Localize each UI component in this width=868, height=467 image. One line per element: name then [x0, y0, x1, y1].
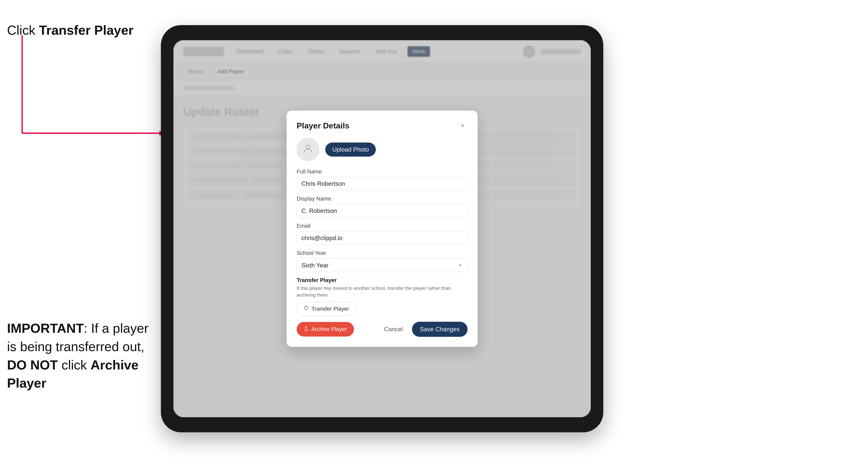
instruction-bottom: IMPORTANT: If a player is being transfer… [7, 319, 153, 392]
transfer-player-button[interactable]: Transfer Player [297, 302, 356, 316]
transfer-section-description: If this player has moved to another scho… [297, 285, 468, 298]
email-label: Email [297, 223, 468, 229]
modal-header: Player Details × [297, 121, 468, 131]
svg-point-3 [306, 145, 310, 149]
tablet-device: Dashboard Clubs Teams Seasons Add-Ons Mo… [161, 25, 603, 432]
archive-player-button[interactable]: Archive Player [297, 322, 354, 337]
school-year-label: School Year [297, 250, 468, 256]
display-name-group: Display Name [297, 195, 468, 218]
modal-backdrop: Player Details × Upload Photo [174, 40, 591, 417]
tablet-screen: Dashboard Clubs Teams Seasons Add-Ons Mo… [174, 40, 591, 417]
player-details-modal: Player Details × Upload Photo [286, 111, 477, 347]
save-changes-button[interactable]: Save Changes [412, 322, 468, 337]
display-name-label: Display Name [297, 195, 468, 202]
important-label: IMPORTANT [7, 321, 84, 336]
email-input[interactable] [297, 231, 468, 245]
archive-icon [304, 326, 309, 333]
avatar-placeholder [297, 138, 319, 161]
transfer-icon [303, 305, 309, 312]
instruction-prefix: Click [7, 23, 39, 37]
modal-title: Player Details [297, 121, 349, 130]
archive-button-label: Archive Player [311, 326, 347, 333]
user-icon [302, 143, 313, 156]
transfer-section-title: Transfer Player [297, 277, 468, 283]
instruction-bold: Transfer Player [39, 23, 133, 37]
instruction-top: Click Transfer Player [7, 23, 133, 38]
upload-photo-button[interactable]: Upload Photo [325, 143, 376, 157]
photo-upload-area: Upload Photo [297, 138, 468, 161]
email-group: Email [297, 223, 468, 245]
school-year-select[interactable]: First Year Second Year Third Year Fourth… [297, 258, 468, 272]
full-name-input[interactable] [297, 177, 468, 190]
modal-close-button[interactable]: × [458, 121, 468, 131]
display-name-input[interactable] [297, 204, 468, 218]
cancel-button[interactable]: Cancel [379, 322, 408, 337]
arrow-annotation [11, 35, 162, 151]
full-name-group: Full Name [297, 168, 468, 190]
full-name-label: Full Name [297, 168, 468, 175]
do-not-label: DO NOT [7, 358, 58, 372]
transfer-button-label: Transfer Player [311, 306, 349, 312]
modal-footer: Archive Player Cancel Save Changes [297, 322, 468, 337]
instruction-body-2: click [58, 358, 91, 372]
transfer-player-section: Transfer Player If this player has moved… [297, 277, 468, 315]
school-year-group: School Year First Year Second Year Third… [297, 250, 468, 272]
